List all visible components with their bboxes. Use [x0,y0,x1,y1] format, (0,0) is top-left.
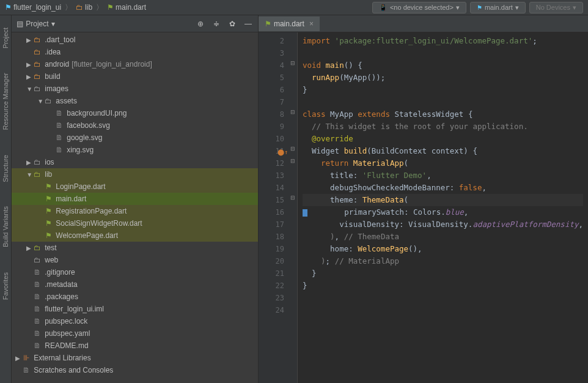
tree-row[interactable]: 🗎README.md [12,340,258,352]
tree-row[interactable]: 🗎flutter_login_ui.iml [12,303,258,315]
code-line[interactable]: } [303,267,583,280]
fold-marker[interactable] [289,228,297,240]
code-line[interactable]: class MyApp extends StatelessWidget { [303,108,583,121]
tree-row[interactable]: 🗎.gitignore [12,266,258,278]
gear-icon[interactable]: ✿ [227,19,237,29]
tree-row[interactable]: 🗎backgroundUI.png [12,107,258,119]
fold-marker[interactable]: ⊟ [289,143,297,155]
fold-marker[interactable] [289,289,297,302]
tree-row[interactable]: ▼🗀assets [12,95,258,107]
tab-main-dart[interactable]: ⚑ main.dart × [259,17,320,31]
close-icon[interactable]: × [309,20,314,28]
fold-marker[interactable] [289,130,297,143]
tree-row[interactable]: ⚑SocialSignWidgetRow.dart [12,217,258,229]
tree-row[interactable]: 🗎pubspec.yaml [12,327,258,340]
fold-marker[interactable] [289,94,297,106]
fold-marker[interactable] [289,45,297,57]
editor-body[interactable]: 234567891011⬤↑12131415161718192021222324… [259,32,588,383]
targets-selector[interactable]: No Devices ▾ [529,2,583,13]
fold-marker[interactable]: ⊟ [289,57,297,69]
expand-icon[interactable]: ≑ [211,19,221,29]
fold-marker[interactable]: ⊟ [289,192,297,204]
breadcrumb-folder[interactable]: 🗀 lib [76,3,92,12]
tree-row[interactable]: 🗎.metadata [12,278,258,291]
expand-arrow[interactable]: ▶ [26,159,32,166]
tree-row[interactable]: 🗎xing.svg [12,144,258,156]
tree-row[interactable]: 🗎pubspec.lock [12,315,258,327]
tree-row[interactable]: ⚑WelcomePage.dart [12,229,258,242]
code-line[interactable]: import 'package:flutter_login_ui/Welcome… [303,35,583,47]
tree-row[interactable]: ▼🗀images [12,83,258,95]
code-line[interactable]: ), // ThemeData [303,231,583,243]
code-line[interactable] [303,47,583,59]
tree-row[interactable]: ⚑LoginPage.dart [12,180,258,193]
expand-arrow[interactable]: ▶ [26,37,32,43]
expand-arrow[interactable]: ▼ [26,86,32,92]
fold-marker[interactable] [289,302,297,314]
fold-marker[interactable]: ⊟ [289,106,297,118]
project-tree[interactable]: ▶🗀.dart_tool🗀.idea▶🗀android[flutter_logi… [12,32,258,383]
tree-row[interactable]: ▼🗀lib [12,168,258,180]
tree-row[interactable]: ⚑main.dart [12,193,258,205]
tree-row[interactable]: 🗎.packages [12,291,258,303]
tool-project[interactable]: Project [2,28,9,48]
expand-arrow[interactable]: ▶ [26,61,32,68]
fold-marker[interactable] [289,253,297,265]
fold-marker[interactable] [289,277,297,289]
tree-row[interactable]: ▶🗀build [12,70,258,83]
device-selector[interactable]: 📱 <no device selected> ▾ [372,2,466,13]
code-line[interactable]: ); // MaterialApp [303,255,583,267]
code-content[interactable]: import 'package:flutter_login_ui/Welcome… [298,32,588,383]
tree-row[interactable]: 🗎facebook.svg [12,119,258,132]
fold-gutter[interactable]: ⊟⊟⊟⊟⊟ [289,32,298,383]
tool-build-variants[interactable]: Build Variants [2,206,9,247]
fold-marker[interactable] [289,240,297,253]
fold-marker[interactable] [289,265,297,277]
tree-row[interactable]: ▶🗀ios [12,156,258,168]
code-line[interactable]: debugShowCheckedModeBanner: false, [303,182,583,194]
tool-favorites[interactable]: Favorites [2,272,9,300]
tree-row[interactable]: ⚑RegistrationPage.dart [12,205,258,217]
tree-row[interactable]: 🗀.idea [12,46,258,58]
tool-resource-manager[interactable]: Resource Manager [2,73,9,130]
tree-row[interactable]: ▶🗀test [12,242,258,254]
tree-row[interactable]: ▶⊪External Libraries [12,352,258,364]
code-line[interactable]: void main() { [303,59,583,72]
code-line[interactable]: } [303,280,583,292]
code-line[interactable]: return MaterialApp( [303,157,583,169]
tree-row[interactable]: 🗀web [12,254,258,266]
fold-marker[interactable] [289,81,297,94]
project-view-selector[interactable]: ▤ Project ▾ [17,20,196,28]
code-line[interactable]: visualDensity: VisualDensity.adaptivePla… [303,218,583,231]
code-line[interactable]: // This widget is the root of your appli… [303,121,583,133]
expand-arrow[interactable]: ▶ [26,73,32,80]
code-line[interactable]: } [303,84,583,96]
expand-arrow[interactable]: ▶ [15,355,21,362]
code-line[interactable]: theme: ThemeData( [303,194,583,206]
fold-marker[interactable] [289,216,297,228]
breadcrumb-file[interactable]: ⚑ main.dart [107,3,146,12]
expand-arrow[interactable]: ▼ [37,98,43,105]
breadcrumb-project[interactable]: ⚑ flutter_login_ui [5,3,61,12]
tree-row[interactable]: ▶🗀android[flutter_login_ui_android] [12,58,258,70]
code-line[interactable]: title: 'Flutter Demo', [303,169,583,182]
fold-marker[interactable] [289,69,297,81]
tool-structure[interactable]: Structure [2,155,9,182]
expand-arrow[interactable]: ▼ [26,171,32,178]
fold-marker[interactable] [289,32,297,45]
code-line[interactable] [303,304,583,316]
minimize-icon[interactable]: — [243,19,253,29]
code-line[interactable] [303,96,583,108]
code-line[interactable]: home: WelcomePage(), [303,243,583,255]
expand-arrow[interactable]: ▶ [26,245,32,251]
tree-row[interactable]: ▶🗀.dart_tool [12,34,258,46]
fold-marker[interactable] [289,179,297,192]
code-line[interactable]: Widget build(BuildContext context) { [303,145,583,157]
fold-marker[interactable] [289,118,297,130]
code-line[interactable]: primarySwatch: Colors.blue, [303,206,583,218]
code-line[interactable] [303,292,583,304]
locate-icon[interactable]: ⊕ [196,19,205,29]
tree-row[interactable]: 🗎Scratches and Consoles [12,364,258,376]
code-line[interactable]: runApp(MyApp()); [303,72,583,84]
fold-marker[interactable]: ⊟ [289,155,297,167]
